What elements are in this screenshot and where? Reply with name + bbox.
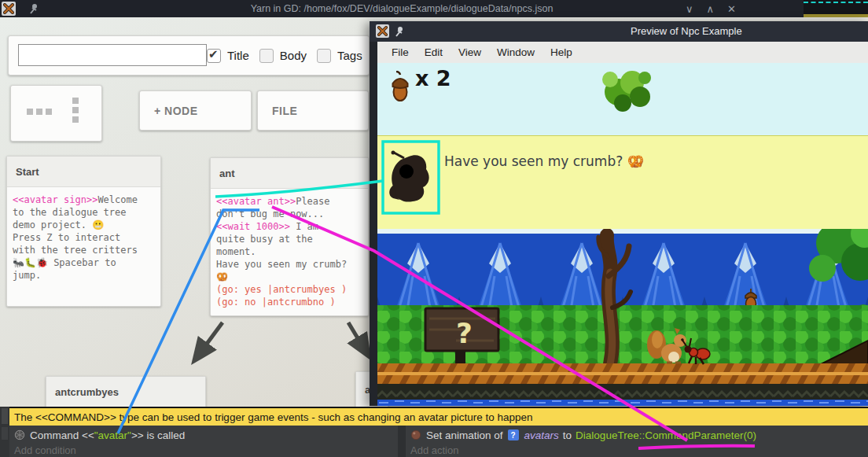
window-controls: ∨ ∧ ✕ xyxy=(686,0,736,17)
bush-sprite xyxy=(599,65,654,114)
sign-question-mark: ? xyxy=(456,317,473,349)
node-start-title: Start xyxy=(16,166,39,178)
search-filters: Title Body Tags xyxy=(207,36,373,75)
minimize-button[interactable]: ∨ xyxy=(686,3,693,15)
maximize-button[interactable]: ∧ xyxy=(707,3,715,15)
condition-text-pre: Command << xyxy=(30,429,94,441)
grid-dot xyxy=(46,109,52,115)
layout-toggle-card[interactable] xyxy=(10,85,102,142)
grid-dot xyxy=(36,109,42,115)
preview-window-border xyxy=(370,21,377,406)
events-column-divider xyxy=(398,426,406,457)
acorn-counter: x 2 xyxy=(415,66,451,90)
sky-sliver xyxy=(377,229,868,234)
search-toolbar: Title Body Tags xyxy=(8,35,370,76)
menu-window[interactable]: Window xyxy=(489,46,542,58)
menu-view[interactable]: View xyxy=(451,46,489,58)
dialogue-text: Have you seen my crumb? 🥨 xyxy=(444,153,644,169)
game-hud-area: x 2 xyxy=(377,63,868,135)
body-filter-checkbox[interactable] xyxy=(259,49,274,63)
condition-block[interactable]: Command <<"avatar">> is called Add condi… xyxy=(9,426,398,457)
node-start[interactable]: Start <<avatar sign>>Welcome to the dial… xyxy=(6,156,161,307)
info-banner-text: The <<COMMAND>> type can be used to trig… xyxy=(14,411,533,423)
list-dot xyxy=(72,116,79,123)
node-start-header[interactable]: Start xyxy=(7,157,160,187)
events-panel-gutter xyxy=(0,407,9,457)
condition-text-post: >> is called xyxy=(131,429,185,441)
game-scene: ? xyxy=(377,229,868,406)
grid-dot xyxy=(27,109,33,115)
close-button[interactable]: ✕ xyxy=(727,3,736,15)
add-condition-button[interactable]: Add condition xyxy=(9,444,398,457)
menu-help[interactable]: Help xyxy=(542,46,580,58)
add-node-button[interactable]: + NODE xyxy=(139,90,252,131)
menu-file[interactable]: File xyxy=(384,46,417,58)
node-ant-title: ant xyxy=(219,168,235,179)
title-filter-checkbox[interactable] xyxy=(207,49,221,63)
action-text-pre: Set animation of xyxy=(426,429,503,441)
action-value: DialogueTree::CommandParameter(0) xyxy=(576,429,756,441)
action-block[interactable]: Set animation of ? avatars to DialogueTr… xyxy=(406,426,868,457)
water xyxy=(377,400,868,406)
dialogue-box: Have you seen my crumb? 🥨 xyxy=(377,135,868,229)
action-text-mid: to xyxy=(563,429,572,441)
dark-log-band xyxy=(377,384,868,400)
info-banner: The <<COMMAND>> type can be used to trig… xyxy=(9,407,868,426)
condition-param: "avatar" xyxy=(94,429,131,441)
preview-window: Preview of Npc Example File Edit View Wi… xyxy=(370,21,868,406)
acorn-hud-icon xyxy=(391,71,410,104)
add-action-button[interactable]: Add action xyxy=(406,444,868,457)
command-event-icon xyxy=(14,429,25,440)
add-node-label: + NODE xyxy=(154,105,198,117)
file-button[interactable]: FILE xyxy=(257,90,369,131)
action-object: avatars xyxy=(524,429,559,441)
ground xyxy=(377,363,868,384)
tags-filter-label: Tags xyxy=(337,49,362,62)
node-ant-header[interactable]: ant xyxy=(211,158,368,189)
search-input[interactable] xyxy=(18,44,207,66)
action-event-icon xyxy=(410,429,421,440)
body-filter-label: Body xyxy=(280,49,307,62)
window-title: Yarn in GD: /home/fox/DEV/dialogueExampl… xyxy=(0,0,804,17)
menu-edit[interactable]: Edit xyxy=(417,46,451,58)
file-label: FILE xyxy=(272,105,297,117)
preview-app-icon xyxy=(376,24,389,38)
list-dot xyxy=(72,98,79,104)
screen: Yarn in GD: /home/fox/DEV/dialogueExampl… xyxy=(0,0,868,457)
ant-avatar xyxy=(387,150,434,207)
yarn-window-titlebar: Yarn in GD: /home/fox/DEV/dialogueExampl… xyxy=(0,0,804,17)
node-ant[interactable]: ant <<avatar ant>>Please don't bug me no… xyxy=(210,157,369,316)
events-editor: Command <<"avatar">> is called Add condi… xyxy=(9,426,868,457)
node-antcrumbyes[interactable]: antcrumbyes xyxy=(46,376,206,408)
preview-menubar: File Edit View Window Help xyxy=(377,42,868,63)
pin-icon xyxy=(394,26,405,37)
node-ant-body: <<avatar ant>>Please don't bug me now...… xyxy=(211,189,368,315)
node-antcrumbyes-title: antcrumbyes xyxy=(55,386,119,398)
selection-dashed-border xyxy=(804,2,868,3)
node-start-body: <<avatar sign>>Welcome to the dialogue t… xyxy=(7,187,160,288)
tags-filter-checkbox[interactable] xyxy=(317,49,331,63)
preview-titlebar: Preview of Npc Example xyxy=(370,21,868,42)
preview-title: Preview of Npc Example xyxy=(631,21,742,42)
missing-object-icon: ? xyxy=(508,429,519,440)
list-dot xyxy=(72,107,79,113)
title-filter-label: Title xyxy=(227,49,249,62)
